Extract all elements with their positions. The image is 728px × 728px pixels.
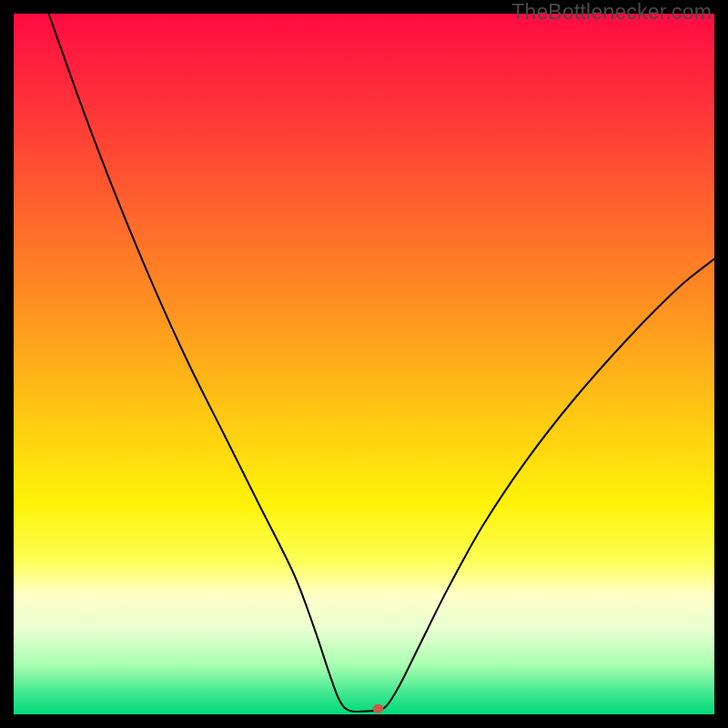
bottleneck-chart [14,14,714,714]
chart-background [14,14,714,714]
watermark-text: TheBottlenecker.com [511,0,712,25]
optimal-point-marker [372,704,383,713]
